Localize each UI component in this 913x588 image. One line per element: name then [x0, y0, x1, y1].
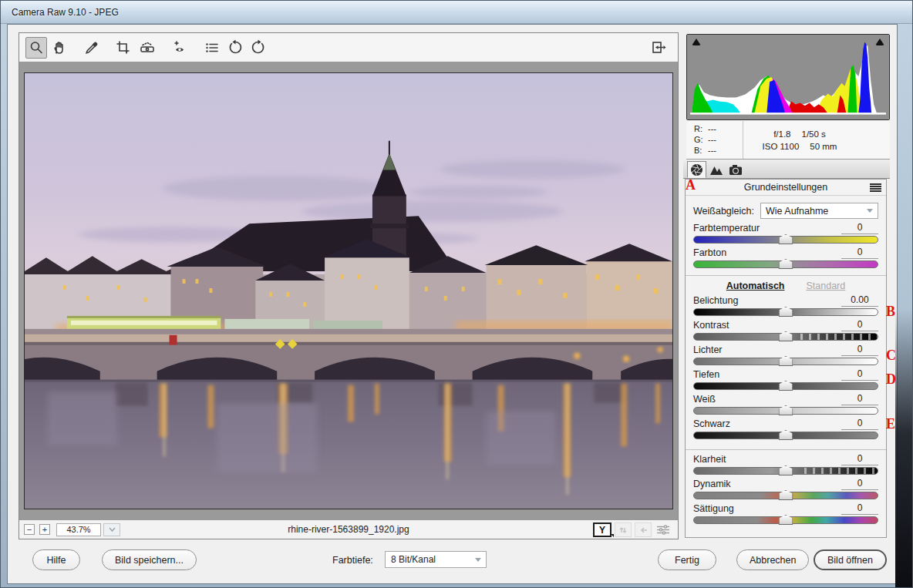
- slider-thumb[interactable]: [779, 405, 793, 415]
- slider-thumb[interactable]: [779, 490, 793, 500]
- slider-track[interactable]: [693, 308, 878, 316]
- white-balance-value: Wie Aufnahme: [766, 206, 828, 217]
- slider-label: Farbton: [693, 247, 726, 258]
- color-depth-select[interactable]: 8 Bit/Kanal: [385, 551, 487, 568]
- done-button[interactable]: Fertig: [658, 549, 716, 570]
- tab-camera-calibration[interactable]: [726, 161, 745, 178]
- slider-thumb[interactable]: [779, 381, 793, 391]
- slider-track[interactable]: [693, 492, 878, 499]
- histogram-plot: [687, 35, 889, 119]
- slider-value[interactable]: 0: [841, 247, 878, 259]
- slider-value[interactable]: 0: [841, 319, 878, 331]
- tone-sliders: Belichtung 0.00 Kontrast 0 Lichter 0 Tie…: [693, 294, 878, 439]
- rotate-right-button[interactable]: [248, 37, 269, 59]
- r-value: ---: [708, 123, 716, 134]
- slider-track[interactable]: [693, 236, 878, 244]
- right-panel: R:--- G:--- B:--- f/1.81/50 s ISO 110050…: [683, 32, 890, 539]
- slider-value[interactable]: 0: [841, 502, 878, 515]
- copy-settings-button[interactable]: [635, 522, 652, 537]
- toggle-panels-icon: [649, 39, 666, 56]
- slider-schwarz: Schwarz 0: [693, 418, 878, 439]
- tab-detail[interactable]: [706, 161, 726, 178]
- preferences-button[interactable]: [201, 37, 223, 59]
- divider: [686, 275, 886, 276]
- aperture-value: f/1.8: [773, 129, 790, 139]
- list-icon: [204, 40, 221, 55]
- slider-thumb[interactable]: [779, 234, 793, 244]
- image-preview[interactable]: [24, 72, 673, 509]
- shadow-clipping-indicator[interactable]: [692, 39, 701, 45]
- slider-label: Tiefen: [693, 369, 719, 380]
- level-icon: [139, 40, 156, 55]
- presence-sliders: Klarheit 0 Dynamik 0 Sättigung 0: [693, 453, 878, 524]
- zoom-tool-button[interactable]: [25, 37, 47, 59]
- slider-thumb[interactable]: [779, 307, 793, 317]
- preview-toggle-button[interactable]: Y: [593, 522, 611, 537]
- slider-track[interactable]: [693, 467, 878, 475]
- slider-track[interactable]: [693, 407, 878, 415]
- photo-illustration: [25, 73, 672, 509]
- tab-basic[interactable]: [687, 161, 706, 178]
- slider-track[interactable]: [693, 260, 878, 268]
- hand-tool-button[interactable]: [49, 37, 70, 59]
- crop-tool-button[interactable]: [113, 37, 135, 59]
- slider-value[interactable]: 0: [841, 368, 878, 381]
- open-image-button[interactable]: Bild öffnen: [814, 549, 887, 570]
- slider-klarheit: Klarheit 0: [693, 453, 878, 475]
- panel-tabs: [683, 160, 890, 179]
- slider-thumb[interactable]: [779, 430, 793, 440]
- slider-thumb[interactable]: [779, 331, 793, 341]
- slider-value[interactable]: 0: [841, 222, 878, 234]
- slider-label: Sättigung: [693, 503, 734, 514]
- slider-value[interactable]: 0: [841, 453, 878, 465]
- slider-thumb[interactable]: [779, 356, 793, 366]
- help-button[interactable]: Hilfe: [32, 549, 80, 570]
- left-arrow-icon: [639, 526, 648, 534]
- slider-track[interactable]: [693, 432, 878, 439]
- slider-thumb[interactable]: [779, 515, 793, 525]
- color-depth-value: 8 Bit/Kanal: [391, 554, 436, 565]
- annotation-letter-e: E: [886, 418, 895, 430]
- divider: [686, 449, 886, 450]
- slider-value[interactable]: 0.00: [841, 294, 878, 307]
- slider-farbton: Farbton 0: [693, 247, 878, 268]
- panel-menu-icon[interactable]: [870, 183, 881, 192]
- swap-before-after-button[interactable]: [615, 522, 632, 537]
- slider-value[interactable]: 0: [841, 478, 878, 490]
- chevron-down-icon: [867, 209, 873, 213]
- slider-kontrast: Kontrast 0: [693, 319, 878, 341]
- highlight-clipping-indicator[interactable]: [875, 39, 884, 45]
- white-balance-tool-button[interactable]: [81, 37, 103, 59]
- crop-icon: [116, 40, 133, 55]
- slider-thumb[interactable]: [779, 259, 793, 269]
- default-link[interactable]: Standard: [806, 281, 845, 291]
- slider-label: Klarheit: [693, 454, 726, 465]
- slider-tiefen: Tiefen 0: [693, 368, 878, 390]
- save-image-button[interactable]: Bild speichern...: [102, 549, 197, 570]
- red-eye-tool-button[interactable]: [169, 37, 190, 59]
- camera-raw-window: Camera Raw 9.10 - JPEG: [0, 0, 913, 588]
- slider-track[interactable]: [693, 516, 878, 524]
- slider-value[interactable]: 0: [841, 418, 878, 430]
- auto-default-row: Automatisch Standard: [693, 281, 878, 291]
- auto-link[interactable]: Automatisch: [726, 281, 785, 291]
- slider-track[interactable]: [693, 333, 878, 341]
- slider-track[interactable]: [693, 358, 878, 365]
- preview-preferences-button[interactable]: [655, 522, 672, 537]
- status-bar: − + 43.7% rhine-river-1563899_1920.jpg Y: [19, 519, 678, 539]
- cancel-button[interactable]: Abbrechen: [736, 549, 809, 570]
- rotate-left-button[interactable]: [224, 37, 246, 59]
- chevron-down-icon: [475, 558, 481, 562]
- slider-value[interactable]: 0: [841, 344, 878, 356]
- g-value: ---: [708, 134, 716, 145]
- slider-thumb[interactable]: [779, 465, 793, 475]
- white-balance-select[interactable]: Wie Aufnahme: [760, 203, 878, 219]
- straighten-tool-button[interactable]: [136, 37, 158, 59]
- slider-label: Farbtemperatur: [693, 223, 760, 234]
- title-bar[interactable]: Camera Raw 9.10 - JPEG: [1, 1, 912, 24]
- slider-value[interactable]: 0: [841, 393, 878, 405]
- eyedropper-icon: [84, 40, 99, 55]
- slider-dynamik: Dynamik 0: [693, 478, 878, 499]
- slider-track[interactable]: [693, 382, 878, 390]
- toggle-fullscreen-button[interactable]: [647, 37, 669, 59]
